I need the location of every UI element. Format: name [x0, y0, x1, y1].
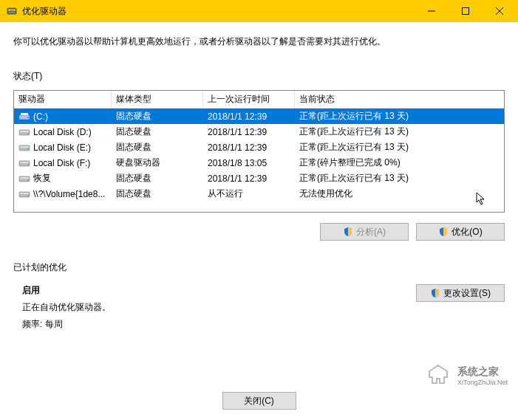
drives-table: 驱动器 媒体类型 上一次运行时间 当前状态 (C:)固态硬盘2018/1/1 1… [13, 90, 505, 213]
cell-lastrun: 2018/1/1 12:39 [203, 110, 295, 123]
cell-drive: \\?\Volume{1de8... [14, 187, 112, 201]
cell-status: 正常(距上次运行已有 13 天) [295, 171, 504, 186]
watermark-sub: XiTongZhiJia.Net [457, 379, 508, 386]
svg-rect-14 [20, 146, 29, 148]
table-header: 驱动器 媒体类型 上一次运行时间 当前状态 [14, 91, 504, 109]
cell-drive: Local Disk (D:) [14, 125, 112, 139]
column-header-media[interactable]: 媒体类型 [112, 90, 203, 109]
column-header-lastrun[interactable]: 上一次运行时间 [203, 90, 295, 109]
svg-rect-11 [20, 131, 29, 132]
svg-point-24 [27, 195, 29, 196]
cell-lastrun: 从不运行 [203, 186, 295, 202]
drive-icon [18, 158, 30, 168]
cell-lastrun: 2018/1/8 13:05 [203, 156, 295, 170]
schedule-detail: 正在自动优化驱动器。 [22, 301, 416, 314]
optimize-button-label: 优化(O) [451, 226, 482, 238]
drive-icon [18, 173, 30, 184]
cell-drive: Local Disk (F:) [14, 156, 112, 170]
window-controls [415, 0, 517, 22]
drive-label: Local Disk (D:) [33, 127, 92, 137]
drive-icon [18, 127, 30, 137]
table-row[interactable]: (C:)固态硬盘2018/1/1 12:39正常(距上次运行已有 13 天) [14, 109, 504, 124]
table-row[interactable]: 恢复固态硬盘2018/1/1 12:39正常(距上次运行已有 13 天) [14, 171, 504, 186]
svg-rect-4 [463, 8, 469, 15]
shield-icon [343, 227, 353, 237]
cell-lastrun: 2018/1/1 12:39 [203, 125, 295, 139]
svg-rect-8 [21, 113, 28, 115]
change-settings-button[interactable]: 更改设置(S) [416, 284, 505, 302]
drive-label: \\?\Volume{1de8... [33, 189, 105, 199]
cell-status: 无法使用优化 [295, 186, 504, 202]
analyze-button-label: 分析(A) [356, 226, 386, 238]
watermark-logo-icon [423, 361, 453, 390]
schedule-section-label: 已计划的优化 [13, 261, 505, 274]
cell-drive: (C:) [14, 110, 112, 123]
cell-media: 固态硬盘 [112, 124, 203, 140]
cell-media: 固态硬盘 [112, 171, 203, 186]
svg-point-18 [27, 164, 29, 165]
svg-rect-17 [20, 162, 29, 163]
cell-drive: 恢复 [14, 171, 112, 186]
minimize-button[interactable] [415, 0, 449, 22]
description-text: 你可以优化驱动器以帮助计算机更高效地运行，或者分析驱动器以了解是否需要对其进行优… [13, 35, 505, 48]
app-icon [6, 5, 18, 17]
window-title: 优化驱动器 [22, 5, 415, 18]
watermark: 系统之家 XiTongZhiJia.Net [423, 361, 508, 390]
cell-media: 硬盘驱动器 [112, 155, 203, 171]
cell-media: 固态硬盘 [112, 186, 203, 202]
cell-status: 正常(距上次运行已有 13 天) [295, 140, 504, 155]
cell-media: 固态硬盘 [112, 109, 203, 124]
svg-rect-1 [8, 9, 16, 11]
drive-icon [18, 142, 30, 153]
cell-media: 固态硬盘 [112, 140, 203, 155]
table-row[interactable]: Local Disk (D:)固态硬盘2018/1/1 12:39正常(距上次运… [14, 124, 504, 140]
analyze-button[interactable]: 分析(A) [320, 223, 409, 241]
svg-point-15 [27, 148, 29, 150]
cell-lastrun: 2018/1/1 12:39 [203, 172, 295, 185]
watermark-text: 系统之家 [457, 365, 508, 379]
table-row[interactable]: Local Disk (F:)硬盘驱动器2018/1/8 13:05正常(碎片整… [14, 155, 504, 171]
table-row[interactable]: Local Disk (E:)固态硬盘2018/1/1 12:39正常(距上次运… [14, 140, 504, 155]
schedule-frequency: 频率: 每周 [22, 318, 416, 331]
footer-buttons: 关闭(C) [0, 392, 518, 410]
svg-point-9 [27, 117, 29, 118]
svg-rect-23 [20, 193, 29, 194]
column-header-status[interactable]: 当前状态 [295, 90, 504, 109]
shield-icon [438, 227, 449, 237]
cell-status: 正常(距上次运行已有 13 天) [295, 124, 504, 140]
svg-point-21 [27, 179, 29, 181]
cell-drive: Local Disk (E:) [14, 141, 112, 154]
svg-rect-20 [20, 177, 29, 179]
action-buttons: 分析(A) 优化(O) [13, 223, 505, 241]
titlebar: 优化驱动器 [0, 0, 518, 22]
drive-label: 恢复 [33, 172, 51, 185]
drive-icon [18, 111, 30, 122]
change-settings-button-label: 更改设置(S) [443, 287, 491, 300]
optimize-button[interactable]: 优化(O) [416, 223, 505, 241]
status-section-label: 状态(T) [13, 70, 505, 83]
maximize-button[interactable] [449, 0, 483, 22]
shield-icon [430, 288, 440, 298]
table-body: (C:)固态硬盘2018/1/1 12:39正常(距上次运行已有 13 天)Lo… [14, 109, 504, 202]
table-row[interactable]: \\?\Volume{1de8...固态硬盘从不运行无法使用优化 [14, 186, 504, 202]
close-dialog-button-label: 关闭(C) [244, 395, 274, 407]
column-header-drive[interactable]: 驱动器 [14, 90, 112, 109]
cell-lastrun: 2018/1/1 12:39 [203, 141, 295, 154]
drive-label: (C:) [33, 111, 48, 122]
drive-icon [18, 189, 30, 199]
drive-label: Local Disk (F:) [33, 158, 90, 168]
schedule-status: 启用 [22, 284, 416, 297]
close-dialog-button[interactable]: 关闭(C) [222, 392, 296, 410]
svg-rect-2 [8, 12, 16, 13]
drive-label: Local Disk (E:) [33, 142, 91, 153]
schedule-section: 已计划的优化 启用 正在自动优化驱动器。 频率: 每周 更改设置(S) [13, 261, 505, 335]
cell-status: 正常(碎片整理已完成 0%) [295, 155, 504, 171]
cell-status: 正常(距上次运行已有 13 天) [295, 109, 504, 124]
svg-point-12 [27, 133, 29, 134]
close-button[interactable] [483, 0, 517, 22]
